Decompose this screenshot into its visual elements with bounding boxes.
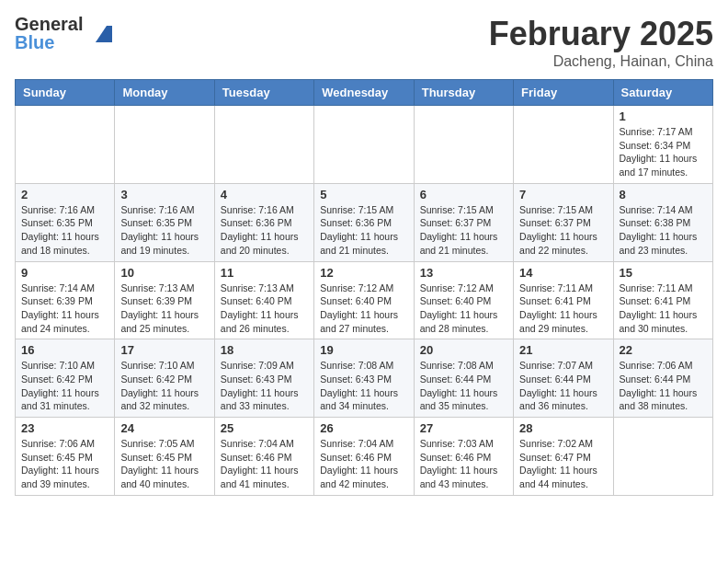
day-info: Sunrise: 7:15 AM Sunset: 6:37 PM Dayligh… [420,203,507,258]
day-info: Sunrise: 7:05 AM Sunset: 6:45 PM Dayligh… [120,437,208,491]
day-info: Sunrise: 7:11 AM Sunset: 6:41 PM Dayligh… [519,282,607,336]
day-number: 20 [420,343,507,357]
day-number: 15 [620,266,707,280]
day-info: Sunrise: 7:02 AM Sunset: 6:47 PM Dayligh… [519,437,607,491]
calendar-cell: 1Sunrise: 7:17 AM Sunset: 6:34 PM Daylig… [613,106,712,184]
calendar-cell: 5Sunrise: 7:15 AM Sunset: 6:36 PM Daylig… [314,183,414,261]
calendar-cell: 21Sunrise: 7:07 AM Sunset: 6:44 PM Dayli… [514,339,613,418]
day-info: Sunrise: 7:13 AM Sunset: 6:40 PM Dayligh… [221,282,308,336]
day-number: 6 [420,188,507,201]
day-info: Sunrise: 7:06 AM Sunset: 6:45 PM Dayligh… [21,437,108,491]
calendar-cell: 19Sunrise: 7:08 AM Sunset: 6:43 PM Dayli… [314,339,414,418]
weekday-header-friday: Friday [514,80,613,106]
weekday-header-saturday: Saturday [613,80,712,106]
logo-icon [86,17,119,50]
day-number: 12 [320,266,407,280]
calendar-cell: 26Sunrise: 7:04 AM Sunset: 6:46 PM Dayli… [314,418,414,496]
logo-blue-text: Blue [15,33,83,52]
day-number: 13 [420,266,507,280]
weekday-header-wednesday: Wednesday [314,80,414,106]
day-info: Sunrise: 7:14 AM Sunset: 6:39 PM Dayligh… [21,282,108,336]
calendar-cell: 4Sunrise: 7:16 AM Sunset: 6:36 PM Daylig… [214,183,313,261]
calendar-cell: 11Sunrise: 7:13 AM Sunset: 6:40 PM Dayli… [214,261,313,339]
title-block: February 2025 Dacheng, Hainan, China [489,15,713,70]
day-info: Sunrise: 7:10 AM Sunset: 6:42 PM Dayligh… [120,359,208,413]
calendar-cell: 18Sunrise: 7:09 AM Sunset: 6:43 PM Dayli… [214,339,313,418]
calendar-cell: 27Sunrise: 7:03 AM Sunset: 6:46 PM Dayli… [414,418,513,496]
day-info: Sunrise: 7:15 AM Sunset: 6:37 PM Dayligh… [519,203,607,258]
calendar-cell [414,106,513,184]
calendar-week-row: 23Sunrise: 7:06 AM Sunset: 6:45 PM Dayli… [16,418,713,496]
day-info: Sunrise: 7:03 AM Sunset: 6:46 PM Dayligh… [420,437,507,491]
day-number: 17 [120,343,208,357]
day-number: 24 [120,421,208,435]
calendar-cell: 8Sunrise: 7:14 AM Sunset: 6:38 PM Daylig… [613,183,712,261]
day-number: 28 [519,421,607,435]
day-info: Sunrise: 7:09 AM Sunset: 6:43 PM Dayligh… [221,359,308,413]
calendar-cell: 22Sunrise: 7:06 AM Sunset: 6:44 PM Dayli… [613,339,712,418]
day-info: Sunrise: 7:11 AM Sunset: 6:41 PM Dayligh… [620,282,707,336]
calendar-cell [214,106,313,184]
calendar-cell: 15Sunrise: 7:11 AM Sunset: 6:41 PM Dayli… [613,261,712,339]
day-info: Sunrise: 7:07 AM Sunset: 6:44 PM Dayligh… [519,359,607,413]
location-subtitle: Dacheng, Hainan, China [489,53,713,70]
calendar-cell: 25Sunrise: 7:04 AM Sunset: 6:46 PM Dayli… [214,418,313,496]
day-info: Sunrise: 7:13 AM Sunset: 6:39 PM Dayligh… [120,282,208,336]
calendar-cell: 2Sunrise: 7:16 AM Sunset: 6:35 PM Daylig… [16,183,115,261]
day-number: 7 [519,188,607,201]
calendar-cell: 17Sunrise: 7:10 AM Sunset: 6:42 PM Dayli… [115,339,214,418]
day-info: Sunrise: 7:17 AM Sunset: 6:34 PM Dayligh… [620,125,707,179]
day-info: Sunrise: 7:16 AM Sunset: 6:35 PM Dayligh… [21,203,108,258]
day-number: 21 [519,343,607,357]
day-number: 26 [320,421,407,435]
calendar-cell: 3Sunrise: 7:16 AM Sunset: 6:35 PM Daylig… [115,183,214,261]
calendar-table: SundayMondayTuesdayWednesdayThursdayFrid… [15,79,713,496]
calendar-cell: 16Sunrise: 7:10 AM Sunset: 6:42 PM Dayli… [16,339,115,418]
day-number: 2 [21,188,108,201]
day-info: Sunrise: 7:16 AM Sunset: 6:36 PM Dayligh… [221,203,308,258]
calendar-cell [514,106,613,184]
logo: General Blue [15,15,119,52]
calendar-cell: 6Sunrise: 7:15 AM Sunset: 6:37 PM Daylig… [414,183,513,261]
day-info: Sunrise: 7:08 AM Sunset: 6:43 PM Dayligh… [320,359,407,413]
day-info: Sunrise: 7:04 AM Sunset: 6:46 PM Dayligh… [320,437,407,491]
day-info: Sunrise: 7:04 AM Sunset: 6:46 PM Dayligh… [221,437,308,491]
weekday-header-tuesday: Tuesday [214,80,313,106]
calendar-cell: 23Sunrise: 7:06 AM Sunset: 6:45 PM Dayli… [16,418,115,496]
weekday-header-sunday: Sunday [16,80,115,106]
calendar-cell: 14Sunrise: 7:11 AM Sunset: 6:41 PM Dayli… [514,261,613,339]
day-info: Sunrise: 7:15 AM Sunset: 6:36 PM Dayligh… [320,203,407,258]
day-number: 5 [320,188,407,201]
calendar-cell: 9Sunrise: 7:14 AM Sunset: 6:39 PM Daylig… [16,261,115,339]
calendar-week-row: 2Sunrise: 7:16 AM Sunset: 6:35 PM Daylig… [16,183,713,261]
day-info: Sunrise: 7:10 AM Sunset: 6:42 PM Dayligh… [21,359,108,413]
day-number: 25 [221,421,308,435]
day-info: Sunrise: 7:06 AM Sunset: 6:44 PM Dayligh… [620,359,707,413]
day-number: 23 [21,421,108,435]
day-number: 18 [221,343,308,357]
weekday-header-thursday: Thursday [414,80,513,106]
calendar-cell: 28Sunrise: 7:02 AM Sunset: 6:47 PM Dayli… [514,418,613,496]
calendar-cell [314,106,414,184]
day-number: 19 [320,343,407,357]
day-info: Sunrise: 7:16 AM Sunset: 6:35 PM Dayligh… [120,203,208,258]
page-header: General Blue February 2025 Dacheng, Hain… [15,15,713,70]
weekday-header-monday: Monday [115,80,214,106]
day-number: 1 [620,109,707,123]
day-number: 27 [420,421,507,435]
svg-marker-1 [96,26,112,42]
calendar-cell [115,106,214,184]
day-number: 22 [620,343,707,357]
calendar-cell [16,106,115,184]
day-number: 9 [21,266,108,280]
day-number: 4 [221,188,308,201]
calendar-week-row: 1Sunrise: 7:17 AM Sunset: 6:34 PM Daylig… [16,106,713,184]
day-number: 8 [620,188,707,201]
day-number: 10 [120,266,208,280]
day-number: 11 [221,266,308,280]
day-number: 16 [21,343,108,357]
day-number: 14 [519,266,607,280]
calendar-cell: 12Sunrise: 7:12 AM Sunset: 6:40 PM Dayli… [314,261,414,339]
day-number: 3 [120,188,208,201]
calendar-week-row: 9Sunrise: 7:14 AM Sunset: 6:39 PM Daylig… [16,261,713,339]
